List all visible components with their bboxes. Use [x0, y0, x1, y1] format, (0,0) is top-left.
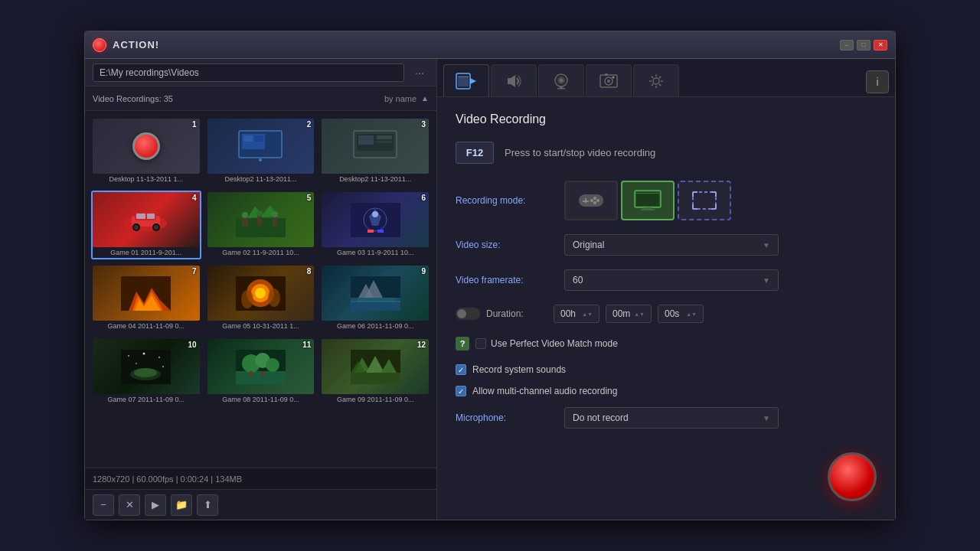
- video-framerate-dropdown[interactable]: 60 ▼: [564, 269, 779, 291]
- allow-multichannel-checkbox[interactable]: ✓: [456, 386, 466, 396]
- list-item[interactable]: 10 Game 07 2011-11-09 0...: [91, 337, 201, 406]
- thumbnail-label: Game 03 11-9-2011 10...: [322, 247, 429, 258]
- svg-point-83: [607, 80, 610, 83]
- record-system-sounds-row: ✓ Record system sounds: [456, 364, 877, 375]
- list-item[interactable]: 8 Game 05 10-31-2011 1...: [206, 264, 316, 333]
- svg-point-41: [255, 288, 266, 298]
- racing2-icon: [121, 276, 171, 311]
- svg-rect-99: [693, 192, 716, 209]
- svg-marker-75: [508, 75, 515, 87]
- duration-label: Duration:: [486, 308, 547, 319]
- microphone-value: Do not record: [573, 412, 629, 423]
- list-item[interactable]: 11 Game 08 2011-11-09 0...: [206, 337, 316, 406]
- list-item[interactable]: 9 Game 06 2011-11-09 0...: [320, 264, 430, 333]
- thumbnail-label: Game 06 2011-11-09 0...: [322, 321, 429, 331]
- svg-point-52: [143, 352, 145, 354]
- thumbnail-image: 9: [322, 266, 429, 321]
- pvmm-checkbox-area: Use Perfect Video Match mode: [475, 338, 618, 349]
- app-title: ACTION!: [113, 39, 840, 51]
- path-input[interactable]: [93, 64, 404, 82]
- main-content: ··· Video Recordings: 35 by name ▲ 1: [85, 59, 895, 520]
- duration-hours-spinner[interactable]: ▲▼: [582, 311, 593, 317]
- video-size-dropdown[interactable]: Original ▼: [564, 234, 779, 256]
- tab-audio[interactable]: [491, 64, 537, 96]
- recording-mode-row: Recording mode:: [456, 181, 877, 220]
- record-system-sounds-checkbox[interactable]: ✓: [456, 364, 466, 375]
- microphone-dropdown[interactable]: Do not record ▼: [564, 407, 779, 429]
- list-item[interactable]: 12 Game 09 2011-11-09 0...: [320, 337, 430, 406]
- maximize-button[interactable]: □: [857, 40, 871, 51]
- svg-point-26: [256, 210, 263, 217]
- sort-arrow-icon[interactable]: ▲: [421, 94, 429, 103]
- cancel-button[interactable]: ✕: [119, 494, 140, 516]
- video-framerate-row: Video framerate: 60 ▼: [456, 269, 877, 291]
- svg-point-27: [272, 211, 278, 217]
- screen-icon: [237, 129, 283, 164]
- tab-video[interactable]: [443, 64, 489, 96]
- sort-controls: by name ▲: [384, 94, 429, 103]
- audio-tab-icon: [505, 73, 522, 90]
- thumbnail-label: Game 05 10-31-2011 1...: [207, 321, 315, 331]
- svg-point-19: [154, 225, 158, 230]
- tab-settings[interactable]: [633, 64, 679, 96]
- recording-mode-desktop[interactable]: [621, 181, 675, 220]
- info-button[interactable]: i: [866, 70, 889, 93]
- svg-point-91: [596, 199, 599, 202]
- thumbnail-image: 6: [322, 192, 429, 247]
- recording-mode-region[interactable]: [678, 181, 731, 220]
- hotkey-row: F12 Press to start/stop video recording: [456, 142, 877, 164]
- svg-point-57: [134, 368, 157, 377]
- duration-row: Duration: 00h ▲▼ 00m ▲▼ 00s ▲▼: [456, 305, 877, 323]
- upload-button[interactable]: ⬆: [197, 494, 218, 516]
- desktop-icon: [633, 189, 662, 212]
- duration-toggle[interactable]: [456, 308, 480, 320]
- video-size-label: Video size:: [456, 240, 555, 250]
- svg-point-51: [128, 355, 129, 357]
- right-panel-container: i Video Recording F12 Press to start/sto…: [437, 59, 895, 520]
- path-menu-button[interactable]: ···: [410, 65, 429, 80]
- microphone-row: Microphone: Do not record ▼: [456, 407, 877, 429]
- svg-point-93: [590, 199, 593, 202]
- minimize-button[interactable]: –: [840, 40, 854, 51]
- duration-hours[interactable]: 00h ▲▼: [554, 305, 599, 323]
- svg-point-25: [242, 212, 248, 218]
- duration-minutes-spinner[interactable]: ▲▼: [634, 311, 645, 317]
- list-item[interactable]: 6 Game 03 11-9-2011 10...: [320, 191, 430, 259]
- svg-point-54: [136, 363, 137, 364]
- allow-multichannel-label: Allow multi-channel audio recording: [472, 386, 617, 396]
- pvmm-checkbox[interactable]: [475, 338, 486, 349]
- title-bar: ACTION! – □ ✕: [85, 31, 895, 59]
- record-btn-mini: [132, 132, 160, 160]
- svg-point-78: [560, 78, 564, 82]
- list-item[interactable]: 5 Game 02 11-9-2011 10...: [206, 191, 316, 259]
- record-button[interactable]: [828, 452, 877, 501]
- folder-button[interactable]: 📁: [171, 494, 192, 516]
- close-button[interactable]: ✕: [874, 40, 887, 51]
- remove-button[interactable]: −: [93, 494, 114, 516]
- play-button[interactable]: ▶: [145, 494, 166, 516]
- svg-rect-15: [147, 214, 155, 219]
- list-item[interactable]: 2 Desktop2 11-13-2011...: [206, 117, 316, 186]
- toolbar-bar: − ✕ ▶ 📁 ⬆: [85, 489, 436, 520]
- list-item[interactable]: 3 Desktop2 11-13-2011...: [320, 117, 430, 186]
- svg-rect-32: [368, 230, 374, 233]
- list-item[interactable]: 1 Desktop 11-13-2011 1...: [91, 117, 201, 186]
- pvmm-help-button[interactable]: ?: [456, 337, 469, 350]
- svg-rect-4: [242, 151, 279, 155]
- tab-webcam[interactable]: [538, 64, 584, 96]
- webcam-tab-icon: [553, 73, 570, 90]
- list-item[interactable]: 4 Game 01 2011-9-201...: [91, 191, 201, 259]
- duration-seconds[interactable]: 00s ▲▼: [658, 305, 704, 323]
- svg-rect-9: [377, 135, 392, 139]
- tab-screenshot[interactable]: [586, 64, 632, 96]
- recording-mode-game[interactable]: [564, 181, 618, 220]
- duration-seconds-spinner[interactable]: ▲▼: [686, 311, 697, 317]
- nature-icon: [236, 350, 286, 384]
- svg-rect-98: [641, 209, 655, 210]
- list-item[interactable]: 7 Game 04 2011-11-09 0...: [91, 264, 201, 333]
- hotkey-box[interactable]: F12: [456, 142, 494, 164]
- duration-minutes[interactable]: 00m ▲▼: [606, 305, 652, 323]
- thumbnail-image: 3: [322, 119, 429, 174]
- svg-point-85: [612, 76, 615, 78]
- thumbnail-image: 4: [93, 192, 200, 247]
